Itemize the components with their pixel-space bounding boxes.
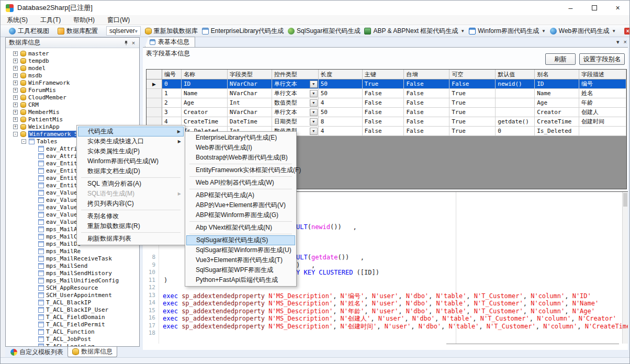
toolbar-button-sqlsugar[interactable]: SqlSugar框架代码生成 (286, 26, 362, 37)
menu-item[interactable]: 重新加载数据库(R) (78, 221, 184, 231)
grid-cell-name[interactable]: Name (182, 89, 228, 98)
grid-column-header[interactable]: 字段描述 (579, 70, 626, 79)
grid-cell-len[interactable]: 50 (319, 79, 363, 89)
grid-cell-desc[interactable]: 编号 (579, 79, 626, 89)
bottom-tab-inactive[interactable]: 自定义模板列表 (6, 347, 68, 357)
grid-cell-desc[interactable] (579, 127, 626, 136)
grid-column-header[interactable]: 默认值 (496, 70, 535, 79)
grid-cell-name[interactable]: Creator (182, 108, 228, 117)
grid-column-header[interactable]: 控件类型 (272, 70, 319, 79)
menu-item[interactable]: 数据库文档生成(D) (78, 166, 184, 176)
maximize-button[interactable] (582, 1, 606, 15)
grid-cell-len[interactable]: 50 (319, 89, 363, 98)
tree-expand-icon[interactable]: + (13, 51, 18, 56)
tree-item-database[interactable]: +model (6, 64, 139, 72)
grid-column-header[interactable]: 自增 (404, 70, 449, 79)
menubar-item[interactable]: 工具(T) (40, 16, 61, 25)
toolbar-button-enterpriselibrary[interactable]: EnterpriseLibrary代码生成 (200, 26, 286, 37)
tab-table-basic-info[interactable]: 表基本信息 (145, 37, 195, 47)
grid-cell-name[interactable]: Age (182, 98, 228, 108)
grid-cell-alias[interactable]: Name (535, 89, 579, 98)
grid-cell-no[interactable]: 3 (162, 108, 182, 117)
tree-expand-icon[interactable]: + (13, 95, 18, 100)
tree-item-database[interactable]: +PatientMis (6, 116, 139, 123)
menu-item[interactable]: 刷新数据库列表 (78, 234, 184, 244)
tree-item-database[interactable]: +tempdb (6, 57, 139, 64)
toolbar-button-web[interactable]: Web界面代码生成▼ (548, 26, 618, 37)
grid-cell-type[interactable]: NVarChar (228, 79, 272, 89)
menu-item[interactable]: Python+FastApi后端代码生成 (186, 275, 295, 285)
grid-cell-no[interactable]: 1 (162, 89, 182, 98)
tree-expand-icon[interactable]: + (13, 117, 18, 122)
menu-item[interactable]: Abp VNext框架代码生成(N) (186, 223, 295, 233)
menu-item[interactable]: Bootstrap的Web界面代码生成(B) (186, 153, 295, 163)
menu-item[interactable]: EntityFramework实体框架代码生成(F) (186, 165, 295, 175)
tree-expand-icon[interactable]: + (13, 66, 18, 71)
grid-column-header[interactable]: 可空 (449, 70, 496, 79)
tree-expand-icon[interactable]: - (13, 132, 18, 136)
grid-cell-type[interactable]: NVarChar (228, 89, 272, 98)
grid-cell-len[interactable]: 4 (319, 127, 363, 136)
pin-icon[interactable] (122, 39, 130, 47)
tree-item-table[interactable]: mps_MailUnifiedConfig (6, 277, 139, 284)
grid-cell-desc[interactable]: 姓名 (579, 89, 626, 98)
grid-column-header[interactable]: 长度 (319, 70, 363, 79)
tree-item-database[interactable]: +WinFramework (6, 79, 139, 86)
grid-cell-inc[interactable]: False (404, 108, 449, 117)
menu-item[interactable]: SqlSugar框架代码生成(S) (186, 235, 295, 245)
grid-cell-nullable[interactable]: False (449, 79, 496, 89)
grid-row-header[interactable]: ▶ (147, 79, 162, 89)
menu-item[interactable]: 拷贝列表内容(C) (78, 199, 184, 209)
grid-cell-default[interactable]: 0 (496, 127, 535, 136)
combo-dropdown-button[interactable]: ▼ (310, 118, 318, 126)
grid-cell-alias[interactable]: CreateTime (535, 117, 579, 127)
grid-column-header[interactable]: 别名 (535, 70, 579, 79)
tree-item-database[interactable]: +CloudMember (6, 94, 139, 101)
menu-item[interactable]: Vue3+Element界面代码生成(T) (186, 255, 295, 265)
grid-column-header[interactable]: 主键 (363, 70, 404, 79)
grid-cell-inc[interactable]: False (404, 79, 449, 89)
tree-item-table[interactable]: T_ACL_Function (6, 328, 139, 335)
menu-item[interactable]: ABP框架Winform界面生成(G) (186, 210, 295, 220)
tree-item-table[interactable]: T_ACL_FieldDomain (6, 313, 139, 321)
grid-cell-control[interactable]: 单行文本▼ (272, 89, 319, 98)
grid-cell-alias[interactable]: ID (535, 79, 579, 89)
toolbar-button-abp[interactable]: ABP & ABPNext 框架代码生成▼ (362, 26, 467, 37)
menu-item[interactable]: Web API控制器代码生成(W) (186, 178, 295, 188)
code-vertical-scrollbar[interactable] (622, 192, 628, 344)
close-document-icon[interactable]: × (624, 39, 627, 46)
toolbar-button-reload-database[interactable]: 重新加载数据库 (143, 26, 200, 37)
combo-dropdown-button[interactable]: ▼ (310, 99, 318, 107)
tree-item-database[interactable]: +master (6, 50, 139, 57)
grid-cell-default[interactable] (496, 98, 535, 108)
tab-list-dropdown-icon[interactable]: ▾ (616, 39, 620, 46)
combo-dropdown-button[interactable]: ▼ (310, 90, 318, 97)
tree-item-table[interactable]: T_ACL_JobPost (6, 335, 139, 343)
combo-dropdown-button[interactable]: ▼ (310, 81, 318, 88)
grid-cell-len[interactable]: 8 (319, 117, 363, 127)
grid-column-header[interactable]: 名称 (182, 70, 228, 79)
grid-row-header[interactable] (147, 89, 162, 98)
grid-cell-inc[interactable]: False (404, 127, 449, 136)
tree-item-table[interactable]: mps_MailReceiveTask (6, 255, 139, 262)
grid-cell-pk[interactable]: False (363, 127, 404, 136)
grid-cell-type[interactable]: DateTime (228, 117, 272, 127)
menu-item[interactable]: 表别名修改 (78, 211, 184, 221)
grid-cell-control[interactable]: 单行文本▼ (272, 79, 319, 89)
menu-item[interactable]: SqlSugar框架Winform界面生成(U) (186, 245, 295, 255)
grid-cell-pk[interactable]: False (363, 98, 404, 108)
grid-cell-nullable[interactable]: True (449, 117, 496, 127)
grid-cell-control[interactable]: 单行文本▼ (272, 108, 319, 117)
code-horizontal-scrollbar[interactable] (446, 344, 619, 344)
grid-cell-nullable[interactable]: True (449, 98, 496, 108)
grid-cell-control[interactable]: 数值类型▼ (272, 98, 319, 108)
grid-cell-control[interactable]: 日期类型▼ (272, 117, 319, 127)
grid-cell-no[interactable]: 2 (162, 98, 182, 108)
grid-cell-nullable[interactable]: True (449, 108, 496, 117)
grid-cell-pk[interactable]: True (363, 79, 404, 89)
grid-column-header[interactable]: 字段类型 (228, 70, 272, 79)
grid-cell-inc[interactable]: False (404, 117, 449, 127)
grid-cell-inc[interactable]: False (404, 89, 449, 98)
tree-item-database[interactable]: +ForumMis (6, 86, 139, 94)
tree-item-table[interactable]: mps_MailRe (6, 247, 139, 255)
